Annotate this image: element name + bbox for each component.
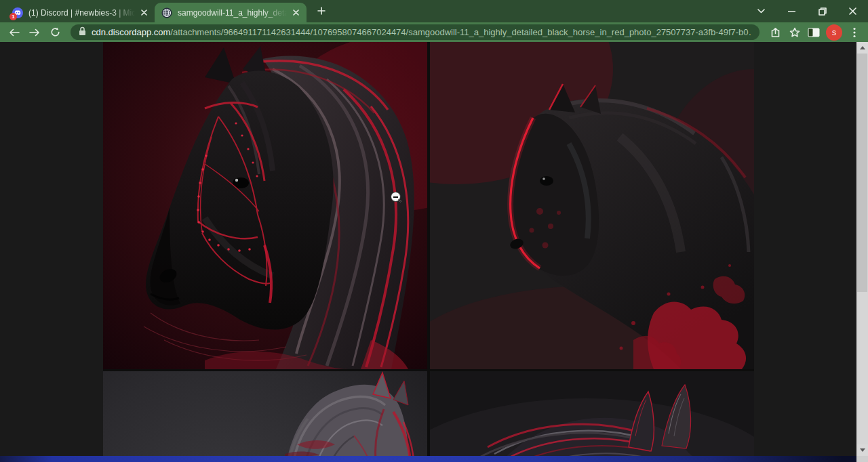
new-tab-button[interactable] [312,2,331,21]
lock-icon[interactable] [79,26,86,39]
browser-toolbar: cdn.discordapp.com/attachments/966491171… [0,22,868,42]
taskbar-sliver[interactable] [0,456,868,462]
tab-label: (1) Discord | #newbies-3 | Midjou [28,8,138,18]
minimize-button[interactable] [776,0,807,22]
horse-artwork-bottom-right [430,371,754,456]
browser-titlebar: 1 (1) Discord | #newbies-3 | Midjou samg… [0,0,868,22]
reload-button[interactable] [45,24,65,41]
forward-button[interactable] [24,24,45,41]
restore-button[interactable] [807,0,837,22]
address-bar[interactable]: cdn.discordapp.com/attachments/966491171… [71,24,760,40]
notification-badge: 1 [9,13,17,20]
close-window-button[interactable] [837,0,868,22]
tab-image-active[interactable]: samgoodwill-11_a_highly_detaile [155,3,307,22]
image-quadrant-bottom-left[interactable] [103,371,427,456]
avatar-initial: s [832,28,836,37]
close-tab-icon[interactable] [138,7,149,18]
url-text: cdn.discordapp.com/attachments/966491171… [92,27,751,37]
horse-artwork-top-right [430,42,754,369]
plus-icon [317,5,326,18]
tab-discord[interactable]: 1 (1) Discord | #newbies-3 | Midjou [5,3,155,22]
back-button[interactable] [4,24,24,41]
tab-label: samgoodwill-11_a_highly_detaile [178,8,290,18]
url-domain: cdn.discordapp.com [92,27,170,37]
discord-favicon-icon: 1 [12,7,23,18]
horse-artwork-top-left [103,42,427,369]
scroll-down-arrow[interactable] [856,444,868,456]
close-tab-icon[interactable] [290,7,301,18]
horse-image-grid [103,42,754,456]
page-content [0,42,868,456]
menu-button[interactable] [845,24,864,41]
image-quadrant-top-left[interactable] [103,42,427,369]
scrollbar-corner [856,456,868,462]
zoom-out-cursor-icon [391,192,402,203]
url-path: /attachments/966491171142631444/10769580… [170,27,751,37]
side-panel-button[interactable] [804,24,823,41]
tab-strip: 1 (1) Discord | #newbies-3 | Midjou samg… [0,0,331,22]
globe-favicon-icon [161,7,172,18]
image-quadrant-top-right[interactable] [430,42,754,369]
horse-artwork-bottom-left [103,371,427,456]
vertical-scrollbar[interactable] [856,42,868,456]
tab-search-chevron-icon[interactable] [746,0,776,22]
bookmark-star-button[interactable] [785,24,804,41]
window-controls [746,0,868,22]
scrollbar-thumb[interactable] [857,54,867,292]
profile-avatar[interactable]: s [826,24,842,41]
share-button[interactable] [766,24,785,41]
image-quadrant-bottom-right[interactable] [430,371,754,456]
scroll-up-arrow[interactable] [856,42,868,54]
